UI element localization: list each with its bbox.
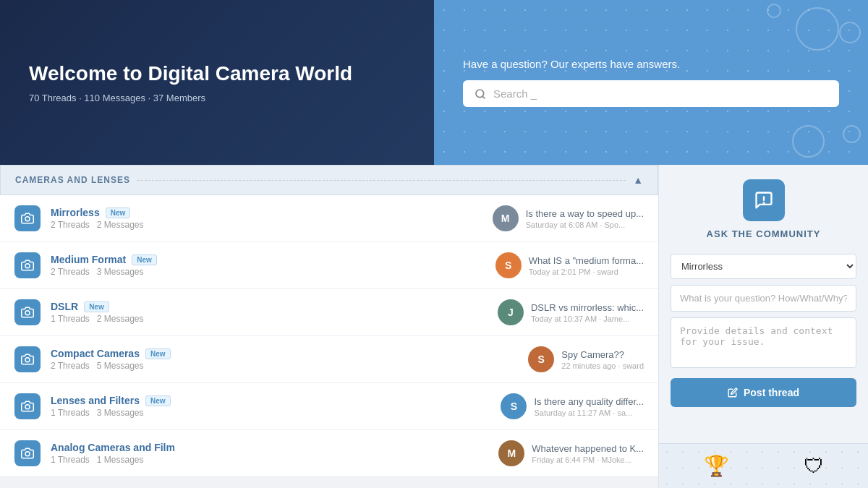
forum-icon xyxy=(14,252,41,278)
decorative-circle xyxy=(767,4,781,18)
section-dots xyxy=(137,180,626,181)
camera-icon xyxy=(21,447,34,460)
decorative-circle xyxy=(792,125,825,158)
forum-meta: 2 Threads 2 Messages xyxy=(51,220,493,230)
forum-icon xyxy=(14,440,41,466)
last-post-meta: Today at 2:01 PM · sward xyxy=(529,267,644,276)
svg-point-5 xyxy=(25,358,30,362)
last-post-meta: 22 minutes ago · sward xyxy=(561,361,644,370)
last-post-meta: Friday at 6:44 PM · MJoke... xyxy=(532,455,644,464)
forum-icon xyxy=(14,205,41,231)
forum-last-post: S Is there any quality differ... Saturda… xyxy=(501,393,644,419)
last-post-info: Is there any quality differ... Saturday … xyxy=(534,396,644,417)
svg-point-3 xyxy=(25,264,30,268)
forum-meta: 1 Threads 1 Messages xyxy=(51,455,498,465)
last-post-info: What IS a "medium forma... Today at 2:01… xyxy=(529,255,644,276)
forum-info: Lenses and Filters New 1 Threads 3 Messa… xyxy=(51,395,501,418)
forum-info: Compact Cameras New 2 Threads 5 Messages xyxy=(51,348,528,371)
svg-point-4 xyxy=(25,311,30,315)
forum-info: Mirrorless New 2 Threads 2 Messages xyxy=(51,207,493,230)
forum-row[interactable]: Lenses and Filters New 1 Threads 3 Messa… xyxy=(0,383,658,430)
ask-community-header: ASK THE COMMUNITY xyxy=(659,165,868,247)
forum-row[interactable]: Compact Cameras New 2 Threads 5 Messages… xyxy=(0,336,658,383)
new-badge: New xyxy=(106,207,131,218)
trophy-icon: 🏆 xyxy=(704,454,729,478)
forum-last-post: M Is there a way to speed up... Saturday… xyxy=(493,205,644,231)
avatar: M xyxy=(493,205,519,231)
forum-icon xyxy=(14,393,41,419)
ask-form: MirrorlessMedium FormatDSLRCompact Camer… xyxy=(659,247,868,375)
last-post-title: Whatever happened to K... xyxy=(532,443,644,454)
new-badge: New xyxy=(145,348,171,359)
main-content: CAMERAS AND LENSES ▲ Mirrorless New 2 Th… xyxy=(0,165,868,488)
hero-right-panel: Have a question? Our experts have answer… xyxy=(434,0,868,165)
avatar: S xyxy=(495,252,522,278)
post-thread-button[interactable]: Post thread xyxy=(671,378,856,407)
last-post-title: What IS a "medium forma... xyxy=(529,255,644,266)
avatar: J xyxy=(498,299,524,325)
last-post-meta: Today at 10:37 AM · Jame... xyxy=(531,314,644,323)
last-post-title: Spy Camera?? xyxy=(561,349,644,360)
shield-icon: 🛡 xyxy=(804,454,824,478)
forum-row[interactable]: DSLR New 1 Threads 2 Messages J DSLR vs … xyxy=(0,289,658,336)
last-post-title: DSLR vs mirrorless: whic... xyxy=(531,302,644,313)
forum-row[interactable]: Mirrorless New 2 Threads 2 Messages M Is… xyxy=(0,195,658,242)
collapse-button[interactable]: ▲ xyxy=(633,174,643,186)
last-post-title: Is there a way to speed up... xyxy=(526,208,644,219)
search-bar[interactable] xyxy=(463,80,839,107)
question-input[interactable] xyxy=(671,285,856,312)
avatar: M xyxy=(498,440,524,466)
last-post-info: Spy Camera?? 22 minutes ago · sward xyxy=(561,349,644,370)
ask-community-title: ASK THE COMMUNITY xyxy=(707,228,821,239)
decorative-circle xyxy=(843,125,861,143)
forum-last-post: M Whatever happened to K... Friday at 6:… xyxy=(498,440,644,466)
camera-icon xyxy=(21,259,34,272)
forum-last-post: J DSLR vs mirrorless: whic... Today at 1… xyxy=(498,299,644,325)
svg-point-7 xyxy=(25,452,30,456)
svg-point-9 xyxy=(763,203,764,204)
last-post-info: DSLR vs mirrorless: whic... Today at 10:… xyxy=(531,302,644,323)
forum-info: Medium Format New 2 Threads 3 Messages xyxy=(51,254,495,277)
left-panel: CAMERAS AND LENSES ▲ Mirrorless New 2 Th… xyxy=(0,165,658,488)
search-icon xyxy=(475,88,486,100)
forum-name: DSLR New xyxy=(51,301,498,312)
forum-select[interactable]: MirrorlessMedium FormatDSLRCompact Camer… xyxy=(671,254,856,279)
decorative-circle xyxy=(839,22,861,43)
decorative-circle xyxy=(796,7,839,51)
forum-name: Compact Cameras New xyxy=(51,348,528,359)
hero-left-panel: Welcome to Digital Camera World 70 Threa… xyxy=(0,0,434,165)
forum-info: Analog Cameras and Film 1 Threads 1 Mess… xyxy=(51,442,498,465)
forum-meta: 2 Threads 3 Messages xyxy=(51,267,495,277)
svg-point-6 xyxy=(25,405,30,409)
bottom-dots xyxy=(659,444,868,488)
avatar: S xyxy=(528,346,554,372)
details-textarea[interactable] xyxy=(671,317,856,368)
camera-icon xyxy=(21,353,34,366)
forum-info: DSLR New 1 Threads 2 Messages xyxy=(51,301,498,324)
forum-list: Mirrorless New 2 Threads 2 Messages M Is… xyxy=(0,195,658,477)
right-panel-bottom: 🏆 🛡 xyxy=(659,443,868,488)
avatar: S xyxy=(501,393,527,419)
camera-icon xyxy=(21,400,34,413)
forum-name: Mirrorless New xyxy=(51,207,493,218)
forum-row[interactable]: Analog Cameras and Film 1 Threads 1 Mess… xyxy=(0,430,658,477)
forum-meta: 2 Threads 5 Messages xyxy=(51,361,528,371)
last-post-info: Is there a way to speed up... Saturday a… xyxy=(526,208,644,229)
right-panel: ASK THE COMMUNITY MirrorlessMedium Forma… xyxy=(658,165,868,488)
svg-point-2 xyxy=(25,217,30,221)
forum-name: Lenses and Filters New xyxy=(51,395,501,406)
last-post-meta: Saturday at 11:27 AM · sa... xyxy=(534,408,644,417)
forum-icon xyxy=(14,346,41,372)
search-input[interactable] xyxy=(493,87,827,100)
forum-row[interactable]: Medium Format New 2 Threads 3 Messages S… xyxy=(0,242,658,289)
svg-line-1 xyxy=(482,96,485,98)
last-post-title: Is there any quality differ... xyxy=(534,396,644,407)
section-label: CAMERAS AND LENSES xyxy=(15,175,130,185)
hero-stats: 70 Threads · 110 Messages · 37 Members xyxy=(29,93,405,103)
camera-icon xyxy=(21,212,34,225)
last-post-info: Whatever happened to K... Friday at 6:44… xyxy=(532,443,644,464)
hero-section: Welcome to Digital Camera World 70 Threa… xyxy=(0,0,868,165)
new-badge: New xyxy=(132,254,157,265)
section-header: CAMERAS AND LENSES ▲ xyxy=(0,165,658,195)
new-badge: New xyxy=(145,395,171,406)
